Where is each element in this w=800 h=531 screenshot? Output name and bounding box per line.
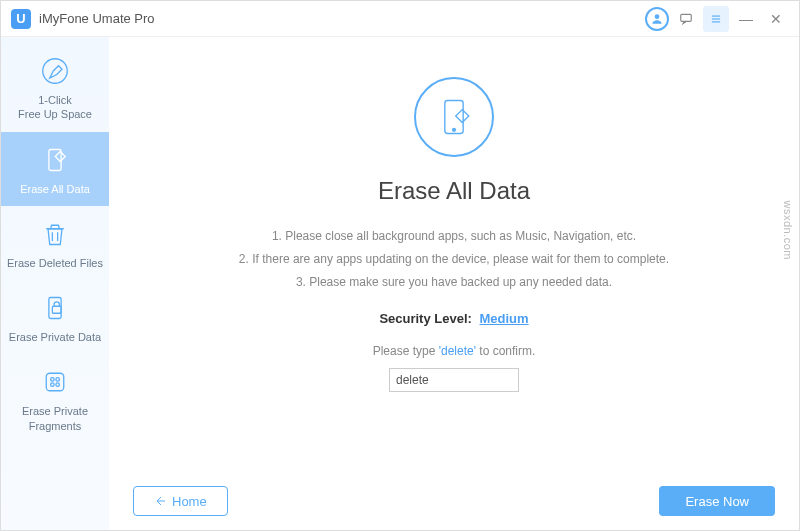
home-button-label: Home [172,494,207,509]
svg-rect-11 [52,306,61,313]
svg-rect-19 [456,110,469,123]
sidebar-item-label: Erase Private Data [9,330,101,344]
erase-now-button[interactable]: Erase Now [659,486,775,516]
titlebar: U iMyFone Umate Pro — ✕ [1,1,799,37]
footer: Home Erase Now [109,486,799,516]
security-level-label: Security Level: [379,311,472,326]
sidebar-item-erase-private[interactable]: Erase Private Data [1,280,109,354]
svg-rect-7 [55,151,65,161]
instruction-line: 2. If there are any apps updating on the… [239,248,669,271]
svg-point-15 [51,383,55,387]
minimize-icon[interactable]: — [733,6,759,32]
instruction-line: 3. Please make sure you have backed up a… [239,271,669,294]
feedback-icon[interactable] [673,6,699,32]
confirm-keyword: 'delete' [439,344,476,358]
svg-point-16 [56,383,60,387]
menu-icon[interactable] [703,6,729,32]
sidebar-item-label: Erase All Data [20,182,90,196]
sidebar: 1-Click Free Up Space Erase All Data Era… [1,37,109,530]
app-logo: U [11,9,31,29]
svg-point-14 [56,378,60,382]
back-arrow-icon [154,495,168,507]
app-title: iMyFone Umate Pro [39,11,155,26]
svg-point-13 [51,378,55,382]
sidebar-item-erase-fragments[interactable]: Erase Private Fragments [1,354,109,443]
close-icon[interactable]: ✕ [763,6,789,32]
svg-point-0 [655,14,660,19]
sidebar-item-label: Erase Deleted Files [7,256,103,270]
page-title: Erase All Data [378,177,530,205]
erase-hero-icon [414,77,494,157]
sidebar-item-erase-all[interactable]: Erase All Data [1,132,109,206]
sidebar-item-erase-deleted[interactable]: Erase Deleted Files [1,206,109,280]
home-button[interactable]: Home [133,486,228,516]
svg-rect-1 [681,14,692,21]
erase-now-label: Erase Now [685,494,749,509]
account-icon[interactable] [645,7,669,31]
body: 1-Click Free Up Space Erase All Data Era… [1,37,799,530]
svg-rect-12 [46,374,64,392]
security-level-link[interactable]: Medium [480,311,529,326]
svg-point-5 [43,59,68,84]
sidebar-item-label: Erase Private Fragments [22,404,88,433]
sidebar-item-freeup[interactable]: 1-Click Free Up Space [1,43,109,132]
instruction-line: 1. Please close all background apps, suc… [239,225,669,248]
confirm-instruction: Please type 'delete' to confirm. [373,344,536,358]
confirm-input[interactable] [389,368,519,392]
lock-phone-icon [39,292,71,324]
app-fragments-icon [39,366,71,398]
security-level-row: Security Level: Medium [379,311,528,326]
broom-icon [39,55,71,87]
main-content: Erase All Data 1. Please close all backg… [109,37,799,530]
app-window: U iMyFone Umate Pro — ✕ 1-Click Free Up … [0,0,800,531]
svg-rect-10 [49,298,61,319]
svg-point-18 [453,128,456,131]
trash-icon [39,218,71,250]
phone-erase-icon [39,144,71,176]
sidebar-item-label: 1-Click Free Up Space [18,93,92,122]
instructions: 1. Please close all background apps, suc… [239,225,669,293]
